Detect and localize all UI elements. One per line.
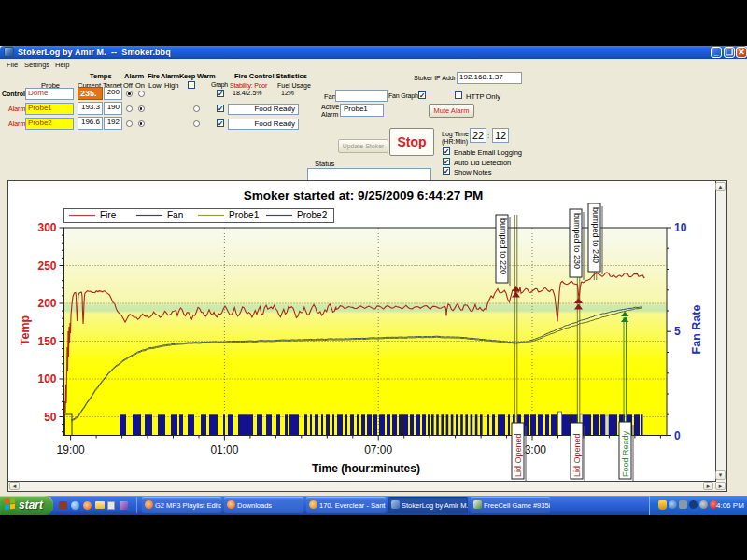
svg-text:5: 5 xyxy=(674,325,681,338)
svg-text:Lid Opened: Lid Opened xyxy=(514,433,523,477)
svg-text:0: 0 xyxy=(674,429,681,442)
svg-text:Probe2: Probe2 xyxy=(297,210,328,220)
svg-text:07:00: 07:00 xyxy=(364,443,392,456)
svg-text:19:00: 19:00 xyxy=(57,443,85,456)
svg-text:Time (hour:minutes): Time (hour:minutes) xyxy=(312,462,420,475)
svg-text:Lid Opened: Lid Opened xyxy=(572,433,582,477)
svg-text:01:00: 01:00 xyxy=(210,443,238,456)
svg-text:Fan: Fan xyxy=(167,210,183,220)
svg-text:50: 50 xyxy=(44,411,57,424)
svg-text:Fan Rate: Fan Rate xyxy=(690,305,703,355)
svg-text:250: 250 xyxy=(37,259,56,273)
svg-text:Probe1: Probe1 xyxy=(229,210,260,220)
svg-text:bumped to 220: bumped to 220 xyxy=(499,218,508,274)
svg-text:Temp: Temp xyxy=(19,315,32,345)
svg-text:10: 10 xyxy=(674,221,687,234)
svg-text:Food Ready: Food Ready xyxy=(621,430,630,477)
svg-text:200: 200 xyxy=(37,297,56,310)
svg-text:Fire: Fire xyxy=(100,210,117,220)
svg-text:100: 100 xyxy=(37,372,56,385)
svg-text:150: 150 xyxy=(37,335,56,348)
svg-text:Smoker started at: 9/25/2009 6: Smoker started at: 9/25/2009 6:44:27 PM xyxy=(244,189,484,203)
svg-text:bumped to 240: bumped to 240 xyxy=(591,207,600,263)
svg-text:bumped to 230: bumped to 230 xyxy=(572,213,582,269)
svg-text:300: 300 xyxy=(37,221,56,234)
